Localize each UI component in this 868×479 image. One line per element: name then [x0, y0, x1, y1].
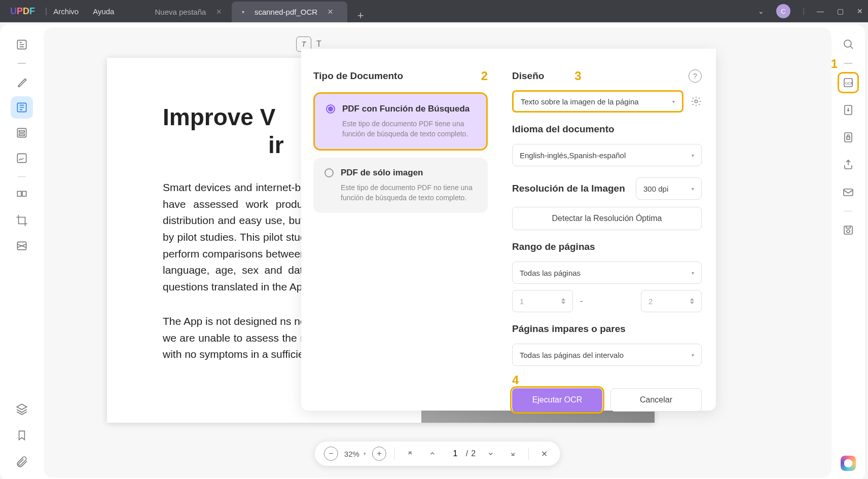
bottom-toolbar: − 32%▾ + / 2 ✕ — [315, 441, 560, 466]
new-tab-button[interactable]: + — [357, 9, 364, 22]
gear-icon[interactable] — [691, 96, 702, 107]
zoom-out-button[interactable]: − — [324, 447, 338, 461]
resolution-select[interactable]: 300 dpi▾ — [636, 177, 702, 200]
close-icon[interactable]: × — [216, 7, 222, 17]
svg-rect-6 — [17, 191, 21, 196]
option-desc: Este tipo de documento PDF tiene una fun… — [342, 119, 475, 139]
close-window-icon[interactable]: ✕ — [857, 7, 863, 15]
help-icon[interactable]: ? — [689, 69, 702, 83]
prev-page-button[interactable] — [425, 447, 440, 461]
language-heading: Idioma del documento — [512, 124, 702, 135]
email-icon[interactable] — [838, 181, 859, 203]
share-icon[interactable] — [838, 154, 859, 175]
range-separator: - — [580, 297, 583, 306]
oddeven-heading: Páginas impares o pares — [512, 323, 702, 335]
svg-rect-15 — [844, 189, 853, 196]
svg-point-17 — [847, 230, 850, 233]
left-toolbar — [0, 24, 44, 479]
svg-rect-14 — [847, 137, 850, 139]
option-searchable-pdf[interactable]: PDF con Función de Búsqueda Este tipo de… — [313, 92, 488, 151]
page-input[interactable] — [448, 449, 463, 458]
resolution-heading: Resolución de la Imagen — [512, 183, 625, 194]
zoom-in-button[interactable]: + — [372, 447, 386, 461]
radio-on-icon — [326, 104, 335, 114]
ai-assistant-icon[interactable] — [841, 456, 856, 471]
range-heading: Rango de páginas — [512, 241, 702, 252]
detect-resolution-button[interactable]: Detectar la Resolución Óptima — [512, 207, 702, 230]
close-icon[interactable]: × — [328, 7, 333, 17]
zoom-dropdown[interactable]: 32%▾ — [344, 450, 366, 458]
right-toolbar: OCR — [831, 24, 865, 479]
range-select[interactable]: Todas las páginas▾ — [512, 262, 702, 284]
compress-icon[interactable] — [838, 99, 859, 121]
main-area: T T Improve V ir Smart devices and inter… — [0, 24, 865, 479]
tab-label: Nueva pestaña — [155, 8, 206, 16]
titlebar: UPDF | Archivo Ayuda Nueva pestaña × ▾ s… — [0, 0, 868, 22]
annotation-2: 2 — [481, 69, 488, 83]
svg-point-18 — [695, 100, 698, 103]
run-ocr-button[interactable]: Ejecutar OCR — [512, 388, 602, 412]
document-tabs: Nueva pestaña × ▾ scanned-pdf_OCR × + — [144, 0, 364, 22]
tab-label: scanned-pdf_OCR — [255, 8, 317, 16]
page-indicator: / 2 — [448, 449, 476, 458]
language-select[interactable]: English-inglés,Spanish-español▾ — [512, 144, 702, 166]
reader-icon[interactable] — [11, 33, 33, 56]
annotation-3: 3 — [574, 69, 581, 83]
annotation-4: 4 — [512, 373, 519, 387]
svg-rect-13 — [845, 133, 852, 142]
highlight-icon[interactable] — [11, 71, 33, 93]
search-icon[interactable] — [838, 33, 859, 55]
app-logo: UPDF — [0, 6, 45, 17]
cancel-button[interactable]: Cancelar — [610, 388, 702, 412]
radio-off-icon — [324, 168, 334, 177]
svg-rect-3 — [19, 130, 25, 132]
protect-icon[interactable] — [838, 127, 859, 148]
svg-point-9 — [844, 40, 851, 47]
design-select[interactable]: Texto sobre la imagen de la página▾ — [512, 90, 683, 113]
form-icon[interactable] — [11, 122, 33, 144]
layers-icon[interactable] — [11, 398, 33, 420]
minimize-icon[interactable]: — — [817, 7, 824, 15]
option-label: PDF con Función de Búsqueda — [342, 104, 469, 114]
design-heading: Diseño — [512, 70, 544, 82]
svg-rect-7 — [22, 191, 26, 196]
chevron-down-icon[interactable]: ⌄ — [758, 7, 764, 15]
annotation-1: 1 — [831, 57, 838, 71]
doc-type-heading: Tipo de Documento — [313, 70, 403, 82]
option-label: PDF de sólo imagen — [341, 168, 423, 178]
svg-rect-5 — [17, 154, 26, 162]
tab-nueva-pestana[interactable]: Nueva pestaña × — [144, 2, 231, 22]
tab-dropdown-icon[interactable]: ▾ — [242, 9, 244, 15]
next-page-button[interactable] — [484, 447, 498, 461]
range-to-input[interactable]: 2 — [641, 290, 702, 312]
svg-rect-4 — [19, 134, 25, 135]
ocr-icon[interactable]: OCR — [838, 72, 859, 93]
first-page-button[interactable] — [403, 447, 417, 461]
attachment-icon[interactable] — [11, 451, 33, 473]
menu-ayuda[interactable]: Ayuda — [93, 7, 114, 16]
menu-archivo[interactable]: Archivo — [53, 7, 79, 16]
redact-icon[interactable] — [11, 235, 33, 257]
organize-icon[interactable] — [11, 184, 33, 206]
bookmark-icon[interactable] — [11, 424, 33, 447]
maximize-icon[interactable]: ▢ — [837, 7, 844, 15]
last-page-button[interactable] — [506, 447, 520, 461]
edit-text-icon[interactable] — [11, 96, 33, 119]
svg-text:OCR: OCR — [845, 82, 853, 85]
main-menu: Archivo Ayuda — [53, 7, 114, 16]
option-image-only-pdf[interactable]: PDF de sólo imagen Este tipo de document… — [313, 158, 488, 213]
crop-icon[interactable] — [11, 209, 33, 232]
range-from-input[interactable]: 1 — [512, 290, 573, 312]
avatar[interactable]: C — [776, 4, 790, 18]
tab-scanned-pdf[interactable]: ▾ scanned-pdf_OCR × — [232, 2, 347, 22]
save-icon[interactable] — [838, 219, 859, 241]
oddeven-select[interactable]: Todas las páginas del intervalo▾ — [512, 344, 702, 366]
option-desc: Este tipo de documento PDF no tiene una … — [341, 183, 477, 203]
sign-icon[interactable] — [11, 147, 33, 169]
ocr-panel: Tipo de Documento 2 PDF con Función de B… — [301, 49, 716, 411]
close-toolbar-button[interactable]: ✕ — [537, 447, 551, 461]
